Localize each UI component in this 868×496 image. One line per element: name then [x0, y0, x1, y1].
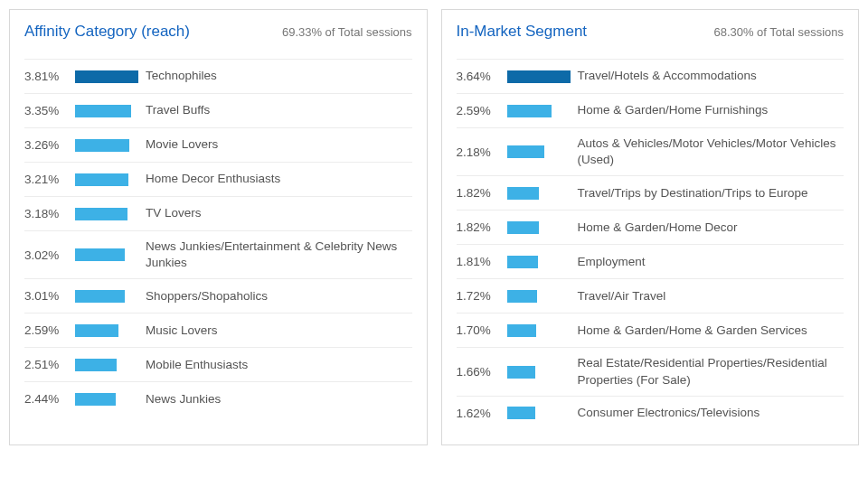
- in-market-segment-panel: In-Market Segment 68.30% of Total sessio…: [441, 9, 860, 445]
- row-label: Consumer Electronics/Televisions: [578, 405, 760, 421]
- bar-icon: [507, 324, 537, 337]
- percentage-value: 1.70%: [457, 323, 507, 337]
- row-label: Home & Garden/Home & Garden Services: [578, 323, 807, 339]
- data-row[interactable]: 3.64%Travel/Hotels & Accommodations: [457, 59, 844, 93]
- percentage-value: 3.01%: [24, 289, 75, 303]
- bar-cell: [507, 407, 578, 419]
- data-row[interactable]: 2.59%Home & Garden/Home Furnishings: [457, 93, 844, 127]
- percentage-value: 2.18%: [457, 145, 507, 159]
- percentage-value: 3.81%: [24, 70, 75, 83]
- row-label: Technophiles: [146, 68, 217, 84]
- panel-header: In-Market Segment 68.30% of Total sessio…: [457, 23, 844, 51]
- bar-cell: [75, 290, 146, 303]
- bar-icon: [507, 105, 552, 117]
- row-label: TV Lovers: [146, 205, 202, 221]
- row-label: Movie Lovers: [146, 136, 218, 153]
- bar-icon: [75, 324, 118, 337]
- bar-cell: [507, 145, 578, 158]
- data-row[interactable]: 2.59%Music Lovers: [24, 313, 412, 347]
- panel-subtitle: 68.30% of Total sessions: [713, 25, 844, 39]
- row-label: Employment: [578, 254, 646, 270]
- percentage-value: 1.62%: [457, 407, 507, 420]
- bar-cell: [75, 139, 146, 152]
- data-row[interactable]: 3.18%TV Lovers: [24, 196, 412, 230]
- bar-icon: [75, 208, 127, 220]
- data-row[interactable]: 3.26%Movie Lovers: [24, 127, 412, 162]
- bar-icon: [507, 407, 535, 419]
- bar-cell: [75, 393, 146, 406]
- row-label: Autos & Vehicles/Motor Vehicles/Motor Ve…: [578, 136, 844, 168]
- panel-title[interactable]: In-Market Segment: [457, 23, 588, 41]
- data-row[interactable]: 2.51%Mobile Enthusiasts: [24, 347, 412, 381]
- bar-cell: [75, 173, 146, 186]
- data-row[interactable]: 3.01%Shoppers/Shopaholics: [24, 278, 412, 313]
- panel-subtitle: 69.33% of Total sessions: [282, 25, 412, 39]
- panel-title[interactable]: Affinity Category (reach): [24, 23, 190, 41]
- affinity-rows: 3.81%Technophiles3.35%Travel Buffs3.26%M…: [24, 59, 412, 416]
- data-row[interactable]: 3.21%Home Decor Enthusiasts: [24, 162, 412, 196]
- bar-icon: [75, 173, 128, 186]
- bar-cell: [75, 105, 146, 117]
- percentage-value: 1.72%: [457, 289, 507, 303]
- bar-icon: [75, 290, 125, 303]
- percentage-value: 3.18%: [24, 207, 75, 220]
- affinity-category-panel: Affinity Category (reach) 69.33% of Tota…: [9, 9, 428, 445]
- data-row[interactable]: 3.02%News Junkies/Entertainment & Celebr…: [24, 230, 412, 278]
- row-label: Music Lovers: [146, 323, 218, 339]
- row-label: Travel/Trips by Destination/Trips to Eur…: [578, 185, 808, 201]
- bar-icon: [507, 145, 545, 158]
- bar-cell: [75, 248, 146, 261]
- bar-icon: [75, 139, 129, 152]
- percentage-value: 3.35%: [24, 104, 75, 117]
- panel-header: Affinity Category (reach) 69.33% of Tota…: [24, 23, 412, 51]
- bar-cell: [507, 366, 578, 379]
- row-label: News Junkies/Entertainment & Celebrity N…: [146, 239, 412, 271]
- bar-cell: [507, 105, 578, 117]
- row-label: Home & Garden/Home Furnishings: [578, 102, 769, 118]
- data-row[interactable]: 3.35%Travel Buffs: [24, 93, 412, 127]
- data-row[interactable]: 1.82%Home & Garden/Home Decor: [457, 210, 844, 244]
- bar-icon: [507, 221, 539, 234]
- percentage-value: 3.02%: [24, 248, 75, 262]
- percentage-value: 2.44%: [24, 392, 75, 406]
- percentage-value: 2.59%: [457, 104, 507, 117]
- bar-icon: [507, 290, 537, 303]
- bar-cell: [507, 324, 578, 337]
- percentage-value: 2.59%: [24, 323, 75, 337]
- bar-icon: [507, 366, 536, 379]
- row-label: Mobile Enthusiasts: [146, 357, 248, 373]
- bar-icon: [507, 256, 539, 268]
- data-row[interactable]: 1.81%Employment: [457, 244, 844, 278]
- bar-cell: [507, 70, 578, 83]
- bar-cell: [507, 221, 578, 234]
- in-market-rows: 3.64%Travel/Hotels & Accommodations2.59%…: [457, 59, 844, 430]
- row-label: News Junkies: [146, 391, 221, 407]
- bar-cell: [75, 70, 146, 83]
- percentage-value: 1.66%: [457, 365, 507, 379]
- percentage-value: 1.82%: [457, 186, 507, 200]
- bar-icon: [75, 248, 125, 261]
- row-label: Travel Buffs: [146, 102, 210, 118]
- bar-icon: [507, 70, 571, 83]
- percentage-value: 1.81%: [457, 255, 507, 268]
- percentage-value: 1.82%: [457, 220, 507, 234]
- bar-icon: [75, 70, 138, 83]
- bar-icon: [507, 187, 539, 200]
- row-label: Real Estate/Residential Properties/Resid…: [578, 355, 844, 388]
- bar-cell: [507, 256, 578, 268]
- data-row[interactable]: 2.44%News Junkies: [24, 381, 412, 416]
- bar-icon: [75, 393, 116, 406]
- data-row[interactable]: 3.81%Technophiles: [24, 59, 412, 93]
- data-row[interactable]: 1.70%Home & Garden/Home & Garden Service…: [457, 313, 844, 347]
- bar-icon: [75, 359, 117, 371]
- data-row[interactable]: 1.72%Travel/Air Travel: [457, 278, 844, 313]
- percentage-value: 3.26%: [24, 138, 75, 152]
- data-row[interactable]: 1.62%Consumer Electronics/Televisions: [457, 396, 844, 430]
- row-label: Travel/Air Travel: [578, 288, 666, 304]
- bar-cell: [75, 208, 146, 220]
- data-row[interactable]: 2.18%Autos & Vehicles/Motor Vehicles/Mot…: [457, 127, 844, 175]
- bar-cell: [507, 290, 578, 303]
- data-row[interactable]: 1.66%Real Estate/Residential Properties/…: [457, 347, 844, 395]
- data-row[interactable]: 1.82%Travel/Trips by Destination/Trips t…: [457, 175, 844, 210]
- percentage-value: 3.64%: [457, 70, 507, 83]
